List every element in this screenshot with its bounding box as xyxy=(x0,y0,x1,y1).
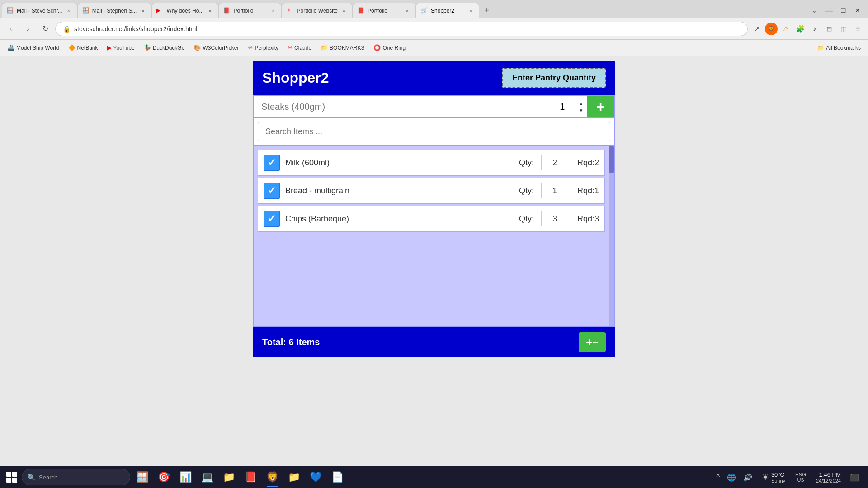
minimize-button[interactable]: — xyxy=(822,4,835,17)
item-name-milk: Milk (600ml) xyxy=(285,158,514,168)
address-input[interactable]: 🔒 steveschrader.net/links/shopper2/index… xyxy=(55,22,748,36)
taskbar-app-10[interactable]: 📄 xyxy=(327,467,347,487)
bookmark-perplexity[interactable]: ✳ Perplexity xyxy=(244,42,282,53)
taskbar-app-9[interactable]: 💙 xyxy=(306,467,326,487)
taskbar-app-5[interactable]: 📁 xyxy=(219,467,239,487)
qty-down-button[interactable]: ▼ xyxy=(577,107,585,114)
qty-display-chips[interactable]: 3 xyxy=(541,211,568,226)
total-label: Total: 6 Items xyxy=(262,337,320,347)
tab-portfolio-website[interactable]: ✳ Portfolio Website × xyxy=(282,3,353,18)
weather-sun-icon: ☀ xyxy=(761,472,769,483)
brave-shield-icon[interactable]: 🦁 xyxy=(765,23,778,35)
tab-shopper2[interactable]: 🛒 Shopper2 × xyxy=(416,3,479,18)
music-icon[interactable]: ♪ xyxy=(808,23,821,35)
tab-close-mail2[interactable]: × xyxy=(139,7,146,14)
tab-dropdown-button[interactable]: ⌄ xyxy=(807,4,821,17)
bookmark-youtube[interactable]: ▶ YouTube xyxy=(104,42,138,53)
tab-title-mail1: Mail - Steve Schr... xyxy=(17,8,62,14)
enter-pantry-button[interactable]: Enter Pantry Quantity xyxy=(502,68,606,88)
item-name-input[interactable] xyxy=(254,96,552,117)
new-tab-button[interactable]: + xyxy=(479,3,495,18)
tab-close-youtube[interactable]: × xyxy=(206,7,213,14)
network-icon[interactable]: 🌐 xyxy=(725,471,738,483)
tab-mail-stephen[interactable]: 🪟 Mail - Stephen S... × xyxy=(77,3,152,18)
language-widget[interactable]: ENG US xyxy=(793,471,809,483)
qty-up-button[interactable]: ▲ xyxy=(577,100,585,107)
tab-close-shopper2[interactable]: × xyxy=(467,7,474,14)
share-icon[interactable]: ↗ xyxy=(750,23,763,35)
item-checkbox-milk[interactable]: ✓ xyxy=(264,155,280,171)
taskbar-search-text: Search xyxy=(39,474,57,481)
notification-icon[interactable]: ⬛ xyxy=(848,471,861,483)
qty-display-milk[interactable]: 2 xyxy=(541,155,568,170)
taskbar-app-fileexplorer[interactable]: 🪟 xyxy=(132,467,152,487)
items-scrollable[interactable]: ✓ Milk (600ml) Qty: 2 Rqd:2 ✓ Bread - mu… xyxy=(254,146,614,326)
search-input[interactable] xyxy=(258,122,610,141)
forward-button[interactable]: › xyxy=(21,22,35,36)
warning-icon[interactable]: ⚠ xyxy=(779,23,792,35)
bookmark-w3colorpicker[interactable]: 🎨 W3ColorPicker xyxy=(190,42,242,53)
close-button[interactable]: ✕ xyxy=(851,4,864,17)
w3color-icon: 🎨 xyxy=(193,44,201,51)
add-item-button[interactable]: + xyxy=(587,96,614,117)
scrollbar-track[interactable] xyxy=(609,146,614,326)
extensions-icon[interactable]: 🧩 xyxy=(794,23,807,35)
clock-widget[interactable]: 1:46 PM 24/12/2024 xyxy=(812,470,844,484)
weather-info: 30°C Sunny xyxy=(771,471,785,483)
qty-input[interactable] xyxy=(554,102,577,112)
taskbar-app-4[interactable]: 💻 xyxy=(197,467,217,487)
menu-icon[interactable]: ≡ xyxy=(852,23,864,35)
scrollbar-thumb[interactable] xyxy=(609,146,614,173)
spinner-buttons: ▲ ▼ xyxy=(577,100,585,114)
brave-taskbar-icon: 🦁 xyxy=(266,471,278,483)
address-actions: ↗ 🦁 ⚠ 🧩 ♪ ⊟ ◫ ≡ xyxy=(750,23,864,35)
taskbar-app-6[interactable]: 📕 xyxy=(241,467,260,487)
start-button[interactable] xyxy=(4,469,20,485)
tab-youtube[interactable]: ▶ Why does Ho... × xyxy=(151,3,218,18)
bookmarks-bar: 🚢 Model Ship World 🔶 NetBank ▶ YouTube 🦆… xyxy=(0,40,868,56)
taskbar-brave-app[interactable]: 🦁 xyxy=(262,467,282,487)
tab-portfolio2[interactable]: 📕 Portfolio × xyxy=(353,3,416,18)
duckduckgo-icon: 🦆 xyxy=(144,44,151,51)
claude-icon: ✳ xyxy=(288,44,292,51)
sidebar-icon[interactable]: ◫ xyxy=(837,23,850,35)
item-checkbox-chips[interactable]: ✓ xyxy=(264,211,280,227)
bookmark-netbank[interactable]: 🔶 NetBank xyxy=(65,42,102,53)
bookmark-label-ddg: DuckDuckGo xyxy=(153,45,185,51)
reload-button[interactable]: ↻ xyxy=(38,22,52,36)
bookmark-label-bookmarks: BOOKMARKS xyxy=(330,45,364,51)
tab-close-portfolio1[interactable]: × xyxy=(269,7,277,14)
item-checkbox-bread[interactable]: ✓ xyxy=(264,183,280,199)
tab-portfolio1[interactable]: 📕 Portfolio × xyxy=(218,3,282,18)
list-item: ✓ Bread - multigrain Qty: 1 Rqd:1 xyxy=(258,178,605,204)
bookmark-duckduckgo[interactable]: 🦆 DuckDuckGo xyxy=(140,42,189,53)
volume-icon[interactable]: 🔊 xyxy=(741,471,754,483)
qty-spinner: ▲ ▼ xyxy=(552,96,587,117)
weather-widget[interactable]: ☀ 30°C Sunny xyxy=(758,469,789,485)
taskbar: 🔍 Search 🪟 🎯 📊 💻 📁 📕 🦁 📁 💙 📄 ^ 🌐 🔊 xyxy=(0,466,868,488)
content-area: Shopper2 Enter Pantry Quantity ▲ ▼ + xyxy=(0,56,868,488)
browser-window: 🪟 Mail - Steve Schr... × 🪟 Mail - Stephe… xyxy=(0,0,868,488)
taskbar-search[interactable]: 🔍 Search xyxy=(22,469,130,485)
maximize-button[interactable]: ☐ xyxy=(836,4,850,17)
items-list-container: ✓ Milk (600ml) Qty: 2 Rqd:2 ✓ Bread - mu… xyxy=(253,146,615,327)
bookmark-one-ring[interactable]: ⭕ One Ring xyxy=(370,42,409,53)
taskbar-active-indicator xyxy=(267,486,278,487)
tab-close-portfolio2[interactable]: × xyxy=(404,7,411,14)
bookmark-model-ship-world[interactable]: 🚢 Model Ship World xyxy=(4,42,63,53)
bookmark-bookmarks[interactable]: 📁 BOOKMARKS xyxy=(317,42,368,53)
tab-mail-steve[interactable]: 🪟 Mail - Steve Schr... × xyxy=(2,3,77,18)
all-bookmarks-button[interactable]: 📁 All Bookmarks xyxy=(814,43,864,53)
back-button[interactable]: ‹ xyxy=(4,22,18,36)
bookmark-claude[interactable]: ✳ Claude xyxy=(284,42,315,53)
split-view-icon[interactable]: ⊟ xyxy=(823,23,835,35)
taskbar-app-2[interactable]: 🎯 xyxy=(154,467,174,487)
taskbar-app-3[interactable]: 📊 xyxy=(175,467,195,487)
tab-bar: 🪟 Mail - Steve Schr... × 🪟 Mail - Stephe… xyxy=(0,0,868,18)
tab-close-mail1[interactable]: × xyxy=(65,7,72,14)
tab-close-pwebsite[interactable]: × xyxy=(340,7,348,14)
qty-display-bread[interactable]: 1 xyxy=(541,183,568,198)
footer-add-button[interactable]: +− xyxy=(579,332,606,352)
taskbar-app-8[interactable]: 📁 xyxy=(284,467,304,487)
chevron-up-icon[interactable]: ^ xyxy=(714,471,722,483)
